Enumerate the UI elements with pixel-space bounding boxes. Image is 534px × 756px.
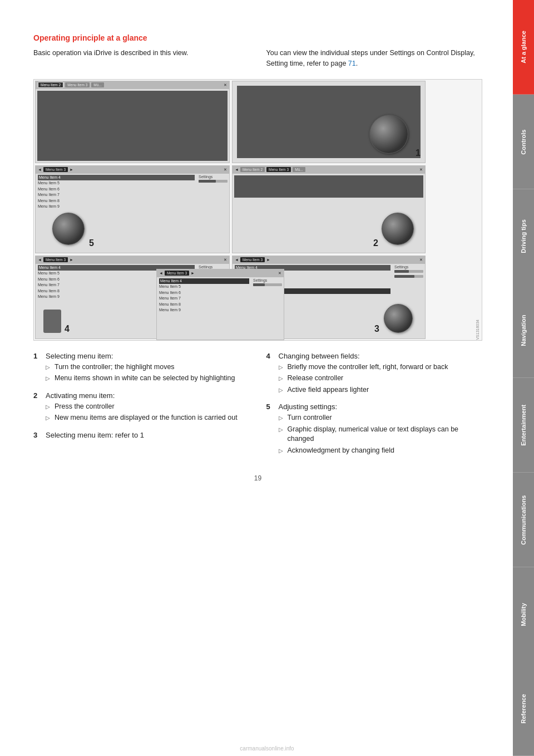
step-4-sub-2: ▷ Release controller [279,374,483,384]
step-2-sub-2-text: New menu items are displayed or the func… [55,413,250,423]
step-5-title: Adjusting settings: [279,402,338,411]
sidebar-tab-at-a-glance[interactable]: At a glance [513,0,534,95]
step-4-sub-3: ▷ Active field appears lighter [279,385,483,395]
steps-section: 1 Selecting menu item: ▷ Turn the contro… [33,352,482,464]
diagram-id: VS1316034 [476,320,479,340]
step-1-sub-1: ▷ Turn the controller; the highlight mov… [46,362,250,372]
page-link-71[interactable]: 71 [348,60,356,67]
step-5-sub-1: ▷ Turn controller [279,413,483,423]
diagram-image: Menu Item 2 Menu Item 3 Mü... ✕ 1 ◄ Menu… [33,79,482,341]
sidebar-tab-reference[interactable]: Reference [513,661,534,756]
step-2-sub-1: ▷ Press the controller [46,402,250,412]
step-5: 5 Adjusting settings: ▷ Turn controller … [266,402,483,455]
sidebar-tab-mobility[interactable]: Mobility [513,567,534,662]
arrow-icon: ▷ [279,386,284,395]
diagram-cell-bottom-center: ◄ Menu Item 3 ► ✕ Menu Item 4 Menu Item … [156,269,284,340]
step-5-sub-2: ▷ Graphic display, numerical value or te… [279,425,483,444]
step-3: 3 Selecting menu item: refer to 1 [33,431,250,439]
diagram-cell-middle-left: ◄ Menu Item 3 ► ✕ Menu Item 4 Menu Item … [35,165,230,253]
step-2: 2 Activating menu item: ▷ Press the cont… [33,391,250,423]
diagram-cell-top-right: 1 [232,81,426,163]
sidebar-tab-controls[interactable]: Controls [513,95,534,189]
sidebar-tab-entertainment[interactable]: Entertainment [513,378,534,473]
step-4-sub-3-text: Active field appears lighter [288,385,483,395]
step-5-sub-3-text: Acknowledgment by changing field [288,446,483,456]
sidebar-tab-driving-tips[interactable]: Driving tips [513,189,534,284]
diagram-cell-top-left: Menu Item 2 Menu Item 3 Mü... ✕ [35,81,230,163]
intro-right: You can view the individual steps under … [266,48,483,69]
step-4-title: Changing between fields: [279,352,360,360]
step-3-title: Selecting menu item: refer to 1 [46,431,144,439]
step-4-sub-1: ▷ Briefly move the controller left, righ… [279,362,483,372]
arrow-icon: ▷ [279,414,284,423]
step-1-sub-1-text: Turn the controller; the highlight moves [55,362,250,372]
arrow-icon: ▷ [279,426,284,444]
step-4: 4 Changing between fields: ▷ Briefly mov… [266,352,483,395]
step-1-title: Selecting menu item: [46,352,113,360]
arrow-icon: ▷ [279,447,284,456]
step-4-sub-1-text: Briefly move the controller left, right,… [288,362,483,372]
step-3-num: 3 [33,431,42,439]
arrow-icon: ▷ [279,375,284,384]
diagram-cell-middle-right: ◄ Menu Item 2 Menu Item 3 Mü... ✕ 2 [232,165,426,253]
step-2-num: 2 [33,391,42,400]
intro-row: Basic operation via iDrive is described … [33,48,482,69]
step-5-sub-3: ▷ Acknowledgment by changing field [279,446,483,456]
step-4-num: 4 [266,352,275,360]
step-1-sub-2-text: Menu items shown in white can be selecte… [55,374,250,384]
step-4-sub-2-text: Release controller [288,374,483,384]
steps-right-col: 4 Changing between fields: ▷ Briefly mov… [266,352,483,464]
section-heading: Operating principle at a glance [33,33,482,42]
step-2-sub-1-text: Press the controller [55,402,250,412]
intro-left: Basic operation via iDrive is described … [33,48,250,69]
step-1: 1 Selecting menu item: ▷ Turn the contro… [33,352,250,384]
step-1-num: 1 [33,352,42,360]
sidebar: At a glance Controls Driving tips Naviga… [513,0,534,756]
page-number: 19 [33,474,482,482]
arrow-icon: ▷ [46,403,51,412]
step-5-sub-2-text: Graphic display, numerical value or text… [288,425,483,444]
sidebar-tab-communications[interactable]: Communications [513,473,534,567]
step-1-sub-2: ▷ Menu items shown in white can be selec… [46,374,250,384]
arrow-icon: ▷ [46,414,51,423]
steps-left-col: 1 Selecting menu item: ▷ Turn the contro… [33,352,250,464]
step-2-sub-2: ▷ New menu items are displayed or the fu… [46,413,250,423]
arrow-icon: ▷ [279,364,284,372]
main-content: Operating principle at a glance Basic op… [0,0,513,756]
step-2-title: Activating menu item: [46,391,115,400]
arrow-icon: ▷ [46,375,51,384]
arrow-icon: ▷ [46,364,51,372]
step-5-sub-1-text: Turn controller [288,413,483,423]
step-5-num: 5 [266,402,275,411]
sidebar-tab-navigation[interactable]: Navigation [513,283,534,378]
watermark: carmanualsonline.info [240,745,294,752]
